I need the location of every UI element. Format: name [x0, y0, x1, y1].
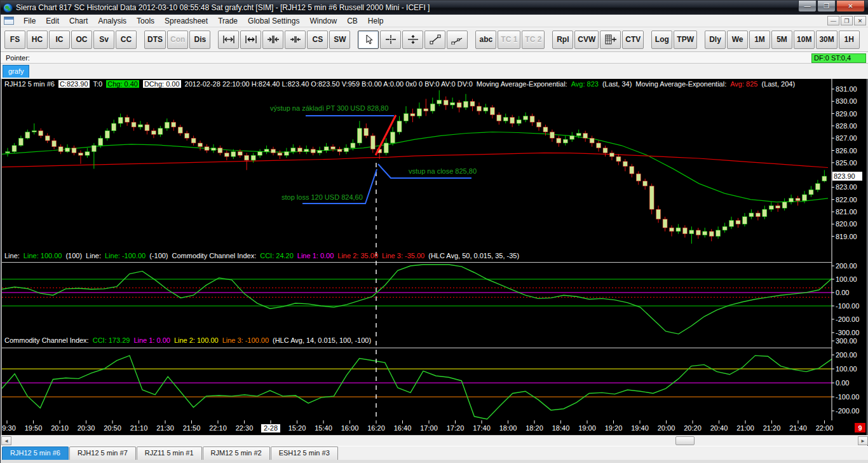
- menu-item-file[interactable]: File: [18, 15, 41, 27]
- chart-tab-rjz11-5-min-#1[interactable]: RJZ11 5 min #1: [137, 446, 202, 460]
- toolbar-button-1m[interactable]: 1M: [749, 31, 770, 49]
- toolbar-button-hc[interactable]: HC: [27, 31, 48, 49]
- cci50-header-segment: (HLC Avg, 50, 0.015, 35, -35): [428, 252, 519, 259]
- toolbar-button-cs[interactable]: CS: [307, 31, 328, 49]
- horizontal-line-tool-button[interactable]: [402, 31, 423, 49]
- svg-text:100.00: 100.00: [836, 275, 857, 283]
- mdi-child-icon[interactable]: [4, 17, 14, 25]
- toolbar-button-1h[interactable]: 1H: [839, 31, 860, 49]
- df-st-status-box: DF:0 ST:0,4: [811, 53, 866, 63]
- toolbar-button-abc[interactable]: abc: [475, 31, 496, 49]
- svg-text:21:00: 21:00: [736, 424, 754, 432]
- restore-button[interactable]: ❐: [817, 1, 836, 12]
- chart-header-segment: Chg: 0.40: [106, 80, 139, 88]
- mdi-close-button[interactable]: ✕: [854, 16, 866, 25]
- toolbar-button-oc[interactable]: OC: [71, 31, 92, 49]
- tpo-profile-button[interactable]: [600, 31, 621, 49]
- squeeze-bars-narrow-button[interactable]: [285, 31, 306, 49]
- svg-text:22:10: 22:10: [209, 424, 227, 432]
- svg-text:22:00: 22:00: [816, 424, 834, 432]
- svg-text:19:50: 19:50: [25, 424, 43, 432]
- crosshair-button[interactable]: [380, 31, 401, 49]
- toolbar-button-log[interactable]: Log: [651, 31, 672, 49]
- svg-text:-200.00: -200.00: [836, 407, 859, 415]
- toolbar-button-cvw[interactable]: CVW: [574, 31, 599, 49]
- pointer-button[interactable]: [358, 31, 379, 49]
- toolbar-button-tpw[interactable]: TPW: [674, 31, 697, 49]
- trade-annotations: výstup na základì PT 300 USD 828,80vstup…: [270, 104, 477, 204]
- menu-item-edit[interactable]: Edit: [41, 15, 64, 27]
- svg-text:300.00: 300.00: [836, 337, 857, 345]
- chart-tab-esh12-5-min-#3[interactable]: ESH12 5 min #3: [271, 446, 338, 460]
- trendline-button[interactable]: [424, 31, 445, 49]
- toolbar-button-cc[interactable]: CC: [116, 31, 137, 49]
- svg-text:21:30: 21:30: [156, 424, 174, 432]
- window-bottom-frame: [1, 460, 868, 463]
- toolbar-button-5m[interactable]: 5M: [771, 31, 792, 49]
- toolbar-button-ic[interactable]: IC: [49, 31, 70, 49]
- svg-text:831.00: 831.00: [836, 85, 857, 93]
- scroll-right-arrow[interactable]: ►: [858, 436, 868, 445]
- ray-line-button[interactable]: [447, 31, 468, 49]
- toolbar-button-10m[interactable]: 10M: [794, 31, 815, 49]
- menu-item-chart[interactable]: Chart: [64, 15, 93, 27]
- exit-annotation-text: výstup na základì PT 300 USD 828,80: [270, 104, 388, 112]
- menu-item-window[interactable]: Window: [304, 15, 342, 27]
- chart-header-segment: C:823.90: [58, 80, 90, 88]
- mdi-minimize-button[interactable]: —: [827, 16, 839, 25]
- toolbar-button-sv[interactable]: Sv: [93, 31, 114, 49]
- mdi-restore-button[interactable]: ❐: [841, 16, 853, 25]
- svg-text:823.90: 823.90: [834, 172, 855, 180]
- svg-text:19:20: 19:20: [605, 424, 623, 432]
- cci50-header-segment: (100): [65, 252, 82, 259]
- menu-item-cb[interactable]: CB: [342, 15, 363, 27]
- svg-text:822.00: 822.00: [836, 196, 857, 204]
- menu-item-help[interactable]: Help: [363, 15, 389, 27]
- squeeze-bars-button[interactable]: [262, 31, 283, 49]
- scrollbar-thumb[interactable]: [675, 436, 695, 445]
- minimize-button[interactable]: —: [798, 1, 817, 12]
- close-button[interactable]: ✕: [836, 1, 865, 12]
- toolbar-button-30m[interactable]: 30M: [816, 31, 837, 49]
- toolbar-button-rpl[interactable]: Rpl: [552, 31, 573, 49]
- time-axis: 19:3019:5020:1020:3020:5021:1021:3021:50…: [2, 420, 833, 432]
- chart-region[interactable]: výstup na základì PT 300 USD 828,80vstup…: [1, 79, 867, 435]
- scroll-left-arrow[interactable]: ◄: [1, 436, 11, 445]
- chart-tab-rjh12-5-min-#6[interactable]: RJH12 5 min #6: [2, 446, 69, 460]
- svg-text:17:20: 17:20: [447, 424, 465, 432]
- bar-spacing-decrease-button[interactable]: [218, 31, 239, 49]
- ema204-line: [2, 153, 828, 167]
- menu-item-analysis[interactable]: Analysis: [93, 15, 132, 27]
- chart-tab-rjm12-5-min-#2[interactable]: RJM12 5 min #2: [203, 446, 270, 460]
- toolbar-button-sw[interactable]: SW: [329, 31, 350, 49]
- toolbar: FSHCICOCSvCCDTSConDisCSSWabcTC 1TC 2RplC…: [1, 27, 868, 52]
- menu-item-tools[interactable]: Tools: [132, 15, 159, 27]
- bar-spacing-increase-button[interactable]: [240, 31, 261, 49]
- horizontal-scrollbar[interactable]: ◄ ►: [1, 435, 868, 445]
- chartbook-tab-grafy[interactable]: grafy: [3, 65, 29, 78]
- svg-text:-300.00: -300.00: [836, 329, 859, 336]
- menu-item-spreadsheet[interactable]: Spreadsheet: [159, 15, 213, 27]
- status-bar: Pointer: DF:0 ST:0,4: [1, 52, 868, 64]
- menu-item-global-settings[interactable]: Global Settings: [243, 15, 304, 27]
- cci50-header-segment: Line 3: -35.00: [382, 252, 424, 259]
- svg-text:16:00: 16:00: [341, 424, 359, 432]
- chart-header-segment: (Last, 204): [761, 80, 795, 88]
- svg-text:830.00: 830.00: [836, 97, 857, 105]
- toolbar-button-we[interactable]: We: [727, 31, 748, 49]
- svg-text:-200.00: -200.00: [836, 315, 859, 323]
- svg-text:20:30: 20:30: [78, 424, 95, 432]
- toolbar-button-fs[interactable]: FS: [4, 31, 25, 49]
- chart-tab-rjh12-5-min-#7[interactable]: RJH12 5 min #7: [69, 446, 136, 460]
- toolbar-button-dis[interactable]: Dis: [189, 31, 210, 49]
- cci14-header-segment: Line 2: 100.00: [174, 336, 219, 344]
- toolbar-button-dts[interactable]: DTS: [144, 31, 166, 49]
- svg-text:21:20: 21:20: [763, 424, 781, 432]
- menu-item-trade[interactable]: Trade: [213, 15, 243, 27]
- svg-text:0.00: 0.00: [836, 289, 849, 296]
- toolbar-button-dly[interactable]: Dly: [705, 31, 726, 49]
- svg-text:-100.00: -100.00: [836, 302, 859, 310]
- toolbar-button-tc1: TC 1: [498, 31, 520, 49]
- chart-header-segment: Avg: 825: [730, 80, 757, 88]
- toolbar-button-ctv[interactable]: CTV: [622, 31, 644, 49]
